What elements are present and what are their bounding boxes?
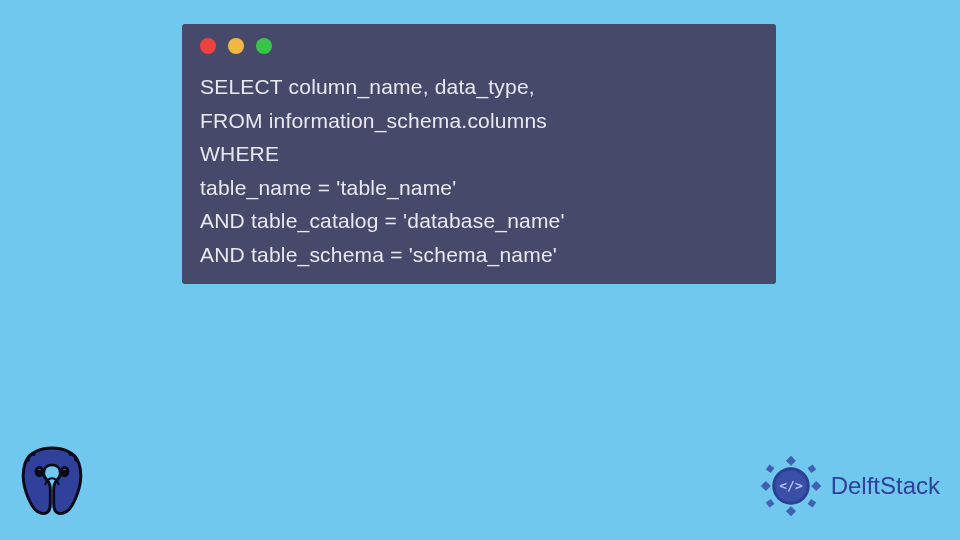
code-window: SELECT column_name, data_type, FROM info… — [182, 24, 776, 284]
postgresql-logo-icon — [10, 436, 94, 524]
delftstack-branding: </> DelftStack — [755, 450, 940, 522]
svg-marker-4 — [786, 456, 796, 466]
svg-marker-9 — [765, 499, 774, 508]
svg-marker-5 — [807, 464, 816, 473]
code-line: AND table_catalog = 'database_name' — [200, 209, 565, 232]
code-line: FROM information_schema.columns — [200, 109, 547, 132]
svg-marker-11 — [765, 464, 774, 473]
svg-point-3 — [63, 471, 66, 474]
svg-marker-6 — [811, 481, 821, 491]
svg-marker-8 — [786, 506, 796, 516]
delftstack-label: DelftStack — [831, 472, 940, 500]
window-controls — [200, 38, 758, 54]
code-line: WHERE — [200, 142, 279, 165]
code-line: SELECT column_name, data_type, — [200, 75, 535, 98]
delftstack-logo-icon: </> — [755, 450, 827, 522]
code-content: SELECT column_name, data_type, FROM info… — [200, 70, 758, 272]
svg-marker-10 — [760, 481, 770, 491]
maximize-icon — [256, 38, 272, 54]
close-icon — [200, 38, 216, 54]
svg-marker-7 — [807, 499, 816, 508]
svg-point-2 — [38, 471, 41, 474]
minimize-icon — [228, 38, 244, 54]
code-line: table_name = 'table_name' — [200, 176, 456, 199]
svg-text:</>: </> — [779, 478, 803, 493]
code-line: AND table_schema = 'schema_name' — [200, 243, 557, 266]
